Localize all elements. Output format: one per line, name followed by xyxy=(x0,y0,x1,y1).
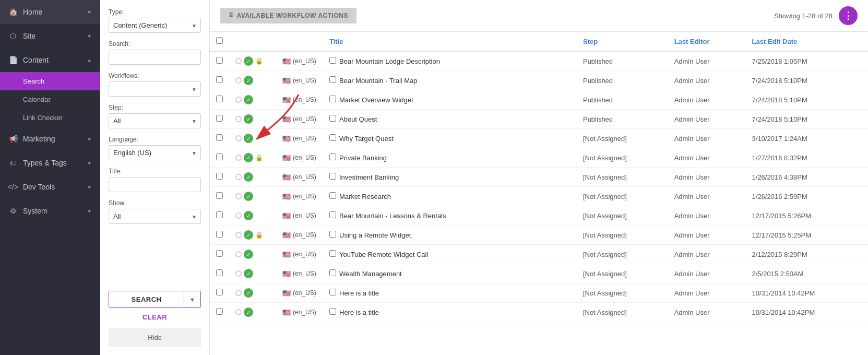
check-green-icon: ✓ xyxy=(244,114,253,124)
row-checkbox[interactable] xyxy=(216,192,223,199)
row-checkbox[interactable] xyxy=(216,289,223,295)
sidebar-item-types-tags[interactable]: 🏷 Types & Tags ▼ xyxy=(0,151,100,175)
title-link[interactable]: Private Banking xyxy=(339,154,387,162)
title-checkbox[interactable] xyxy=(329,231,336,238)
row-checkbox[interactable] xyxy=(216,269,223,276)
title-checkbox[interactable] xyxy=(329,250,336,257)
title-sort-link[interactable]: Title xyxy=(329,38,343,45)
workflow-actions-button[interactable]: ⠿ AVAILABLE WORKFLOW ACTIONS xyxy=(220,8,356,23)
title-link[interactable]: Here is a title xyxy=(339,309,379,316)
title-checkbox[interactable] xyxy=(329,289,336,295)
row-checkbox[interactable] xyxy=(216,250,223,257)
clear-button[interactable]: CLEAR xyxy=(109,311,201,323)
step-cell: [Not Assigned] xyxy=(577,168,668,187)
table-row: ✓ 🇺🇸 (en_US) Market Overview WidgetPubli… xyxy=(210,90,868,110)
table-row: ✓ 🇺🇸 (en_US) Investment Banking[Not Assi… xyxy=(210,168,868,187)
lang-label: (en_US) xyxy=(293,289,316,297)
table-row: ✓🔒 🇺🇸 (en_US) Private Banking[Not Assign… xyxy=(210,148,868,168)
title-checkbox[interactable] xyxy=(329,76,336,83)
workflows-select[interactable] xyxy=(109,81,201,97)
title-checkbox[interactable] xyxy=(329,308,336,315)
search-btn-dropdown[interactable]: ▼ xyxy=(184,292,200,307)
title-input[interactable] xyxy=(109,177,201,192)
title-cell: Here is a title xyxy=(323,303,577,322)
content-area: ⠿ AVAILABLE WORKFLOW ACTIONS Showing 1-2… xyxy=(210,0,868,355)
sidebar-item-home[interactable]: 🏠 Home ▼ xyxy=(0,0,100,24)
title-checkbox[interactable] xyxy=(329,96,336,102)
row-checkbox[interactable] xyxy=(216,231,223,238)
row-checkbox[interactable] xyxy=(216,96,223,102)
select-all-checkbox[interactable] xyxy=(216,37,223,44)
sidebar-item-content[interactable]: 📄 Content ▲ xyxy=(0,48,100,72)
title-checkbox[interactable] xyxy=(329,134,336,141)
title-link[interactable]: Market Research xyxy=(339,193,391,200)
show-select[interactable]: All xyxy=(109,209,201,224)
title-checkbox[interactable] xyxy=(329,115,336,122)
title-link[interactable]: About Quest xyxy=(339,115,377,123)
more-options-button[interactable]: ⋮ xyxy=(839,6,858,25)
step-sort-link[interactable]: Step xyxy=(583,38,598,45)
lang-label: (en_US) xyxy=(293,309,316,316)
title-checkbox[interactable] xyxy=(329,211,336,218)
date-sort-link[interactable]: Last Edit Date xyxy=(752,38,798,45)
sidebar-item-marketing[interactable]: 📢 Marketing ▼ xyxy=(0,127,100,151)
th-check xyxy=(210,32,229,51)
check-green-icon: ✓ xyxy=(244,172,253,182)
title-label: Title: xyxy=(109,168,201,175)
title-checkbox[interactable] xyxy=(329,57,336,64)
step-cell: Published xyxy=(577,71,668,90)
type-filter: Type: Content (Generic) ▼ xyxy=(109,8,201,33)
row-checkbox[interactable] xyxy=(216,134,223,141)
status-cell: ✓ xyxy=(229,110,276,129)
sidebar-item-link-checker[interactable]: Link Checker xyxy=(0,109,100,127)
title-link[interactable]: Using a Remote Widget xyxy=(339,231,411,239)
row-checkbox[interactable] xyxy=(216,308,223,315)
search-input[interactable] xyxy=(109,50,201,65)
title-link[interactable]: Bear Mountain - Lessons & Rentals xyxy=(339,212,446,220)
title-link[interactable]: Here is a title xyxy=(339,289,379,297)
title-checkbox[interactable] xyxy=(329,269,336,276)
row-checkbox[interactable] xyxy=(216,76,223,83)
row-checkbox[interactable] xyxy=(216,153,223,160)
lang-label: (en_US) xyxy=(293,115,316,123)
title-link[interactable]: Investment Banking xyxy=(339,173,399,181)
title-link[interactable]: Why Target Quest xyxy=(339,135,394,143)
row-checkbox[interactable] xyxy=(216,115,223,122)
title-checkbox[interactable] xyxy=(329,153,336,160)
title-link[interactable]: Market Overview Widget xyxy=(339,96,413,104)
status-circle xyxy=(235,135,242,141)
title-link[interactable]: Bear Mountain - Trail Map xyxy=(339,77,418,85)
check-green-icon: ✓ xyxy=(244,76,253,85)
search-button[interactable]: SEARCH xyxy=(109,291,184,307)
table-row: ✓ 🇺🇸 (en_US) Market Research[Not Assigne… xyxy=(210,187,868,206)
workflow-dots-icon: ⠿ xyxy=(229,12,234,19)
table-row: ✓ 🇺🇸 (en_US) Bear Mountain - Trail MapPu… xyxy=(210,71,868,90)
title-checkbox[interactable] xyxy=(329,173,336,180)
type-select[interactable]: Content (Generic) xyxy=(109,18,201,33)
sidebar-item-search[interactable]: Search xyxy=(0,72,100,90)
step-select[interactable]: All xyxy=(109,113,201,128)
title-link[interactable]: Bear Mountain Lodge Description xyxy=(339,57,440,65)
row-checkbox[interactable] xyxy=(216,173,223,180)
row-checkbox[interactable] xyxy=(216,57,223,64)
flag-icon: 🇺🇸 xyxy=(282,289,291,297)
sidebar-item-site[interactable]: ⬡ Site ▼ xyxy=(0,24,100,48)
hide-button[interactable]: Hide xyxy=(109,328,201,347)
title-checkbox[interactable] xyxy=(329,192,336,199)
sidebar-item-calendar[interactable]: Calendar xyxy=(0,90,100,109)
status-cell: ✓ xyxy=(229,129,276,148)
editor-cell: Admin User xyxy=(668,148,746,168)
language-filter: Language: English (US) ▼ xyxy=(109,136,201,160)
language-select[interactable]: English (US) xyxy=(109,145,201,160)
more-dots-icon: ⋮ xyxy=(843,10,853,21)
chevron-icon: ▲ xyxy=(87,57,92,63)
sidebar-item-label: Content xyxy=(23,56,49,64)
sidebar-item-dev-tools[interactable]: </> Dev Tools ▼ xyxy=(0,175,100,199)
title-link[interactable]: Wealth Management xyxy=(339,270,402,278)
sidebar-item-system[interactable]: ⚙ System ▼ xyxy=(0,199,100,223)
row-checkbox[interactable] xyxy=(216,211,223,218)
editor-sort-link[interactable]: Last Editor xyxy=(674,38,710,45)
title-link[interactable]: YouTube Remote Widget Call xyxy=(339,251,428,258)
check-green-icon: ✓ xyxy=(244,230,253,240)
status-cell: ✓ xyxy=(229,71,276,90)
